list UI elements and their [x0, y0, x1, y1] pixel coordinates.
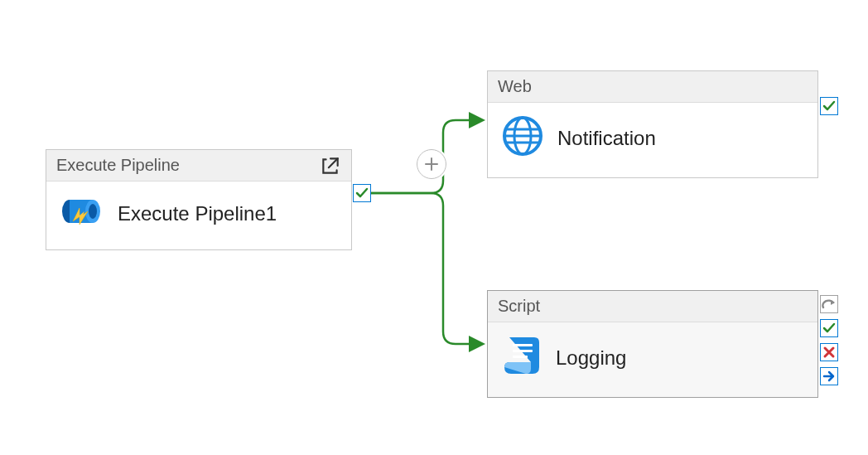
activity-header: Execute Pipeline — [46, 150, 351, 182]
success-output-handle[interactable] — [820, 97, 838, 115]
activity-body: Logging — [488, 322, 817, 397]
check-icon — [355, 186, 369, 200]
activity-web[interactable]: Web Notification — [487, 70, 818, 178]
activity-name: Logging — [556, 346, 626, 370]
svg-point-3 — [89, 204, 97, 219]
completion-output-handle[interactable] — [820, 367, 838, 385]
activity-type-label: Web — [498, 77, 532, 96]
activity-body: Execute Pipeline1 — [46, 182, 351, 249]
success-output-handle[interactable] — [353, 184, 371, 202]
open-pipeline-icon[interactable] — [320, 155, 341, 177]
plus-icon — [423, 156, 440, 172]
execute-pipeline-icon — [60, 193, 104, 235]
web-globe-icon — [501, 114, 544, 162]
check-icon — [822, 322, 836, 335]
pipeline-canvas[interactable]: Execute Pipeline Exec — [0, 0, 868, 455]
cross-icon — [822, 346, 836, 359]
activity-execute-pipeline[interactable]: Execute Pipeline Exec — [46, 149, 352, 250]
skip-output-handle[interactable] — [820, 295, 838, 313]
activity-body: Notification — [488, 103, 817, 177]
check-icon — [822, 99, 836, 113]
activity-script[interactable]: Script Logging — [487, 290, 818, 398]
activity-type-label: Execute Pipeline — [56, 156, 180, 175]
activity-header: Script — [488, 291, 817, 322]
svg-rect-6 — [513, 344, 533, 346]
retry-arrow-icon — [822, 298, 837, 311]
svg-rect-8 — [513, 356, 528, 358]
activity-header: Web — [488, 71, 817, 103]
script-icon — [501, 334, 542, 382]
svg-rect-7 — [513, 350, 533, 352]
success-output-handle[interactable] — [820, 319, 838, 337]
activity-name: Notification — [557, 127, 656, 150]
activity-name: Execute Pipeline1 — [118, 202, 277, 225]
arrow-right-icon — [822, 370, 836, 383]
add-activity-button[interactable] — [417, 149, 446, 179]
activity-type-label: Script — [498, 297, 540, 316]
failure-output-handle[interactable] — [820, 343, 838, 361]
